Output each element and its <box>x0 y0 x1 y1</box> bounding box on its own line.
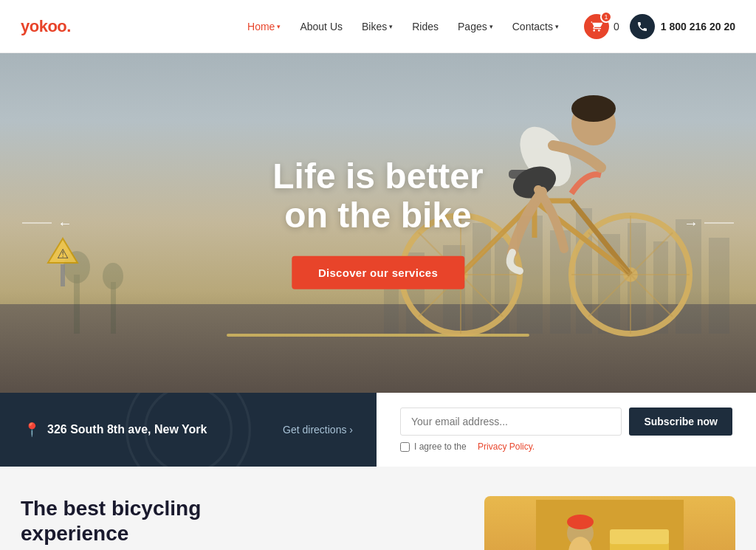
bottom-image <box>484 496 735 550</box>
left-arrow-icon: ← <box>58 215 72 232</box>
road-sign: ⚠ <box>44 235 81 289</box>
main-nav: Home ▾ About Us Bikes ▾ Rides Pages ▾ Co… <box>240 16 566 37</box>
chevron-down-icon: ▾ <box>389 23 393 30</box>
logo[interactable]: yokoo. <box>21 17 71 36</box>
phone-icon-wrap <box>630 14 655 39</box>
privacy-checkbox[interactable] <box>400 442 410 452</box>
header-actions: 1 0 1 800 216 20 20 <box>584 14 735 39</box>
logo-text: yokoo <box>21 17 66 35</box>
chevron-down-icon: ▾ <box>489 23 493 30</box>
cart-count: 0 <box>614 21 619 32</box>
subscribe-input-row: Subscribe now <box>400 408 732 436</box>
chevron-down-icon: ▾ <box>277 23 281 30</box>
bottom-cyclist-image <box>536 500 684 550</box>
hero-next-button[interactable]: → <box>676 207 741 239</box>
bottom-image-inner <box>484 496 735 550</box>
subscribe-button[interactable]: Subscribe now <box>629 408 732 436</box>
directions-link[interactable]: Get directions › <box>283 424 353 436</box>
cart-icon <box>591 21 602 32</box>
nav-item-rides[interactable]: Rides <box>405 16 446 37</box>
nav-item-about[interactable]: About Us <box>292 16 350 37</box>
pin-icon: 📍 <box>24 422 40 438</box>
cart-badge: 1 <box>600 11 612 23</box>
svg-point-16 <box>103 263 123 289</box>
phone-number: 1 800 216 20 20 <box>661 21 735 32</box>
nav-line-left <box>22 223 52 224</box>
privacy-policy-link[interactable]: Privacy Policy. <box>478 441 535 452</box>
subscribe-form: Subscribe now I agree to the Privacy Pol… <box>400 408 732 452</box>
bottom-section: The best bicycling experience <box>0 467 756 550</box>
hero-prev-button[interactable]: ← <box>15 207 80 239</box>
hero-title: Life is better on the bike <box>272 157 483 236</box>
bottom-text: The best bicycling experience <box>21 496 455 550</box>
svg-rect-15 <box>111 282 116 334</box>
hero-content: Life is better on the bike Discover our … <box>272 157 483 289</box>
chevron-down-icon: ▾ <box>555 23 559 30</box>
nav-item-pages[interactable]: Pages ▾ <box>450 16 501 37</box>
hero-cta-button[interactable]: Discover our services <box>292 255 464 289</box>
phone-icon <box>636 21 648 32</box>
lower-strip: 📍 326 South 8th ave, New York Get direct… <box>0 393 756 467</box>
bottom-title: The best bicycling experience <box>21 496 455 546</box>
nav-item-contacts[interactable]: Contacts ▾ <box>505 16 566 37</box>
svg-rect-40 <box>61 264 65 286</box>
nav-line-right <box>704 223 734 224</box>
svg-point-38 <box>571 95 616 122</box>
phone-button[interactable]: 1 800 216 20 20 <box>630 14 735 39</box>
privacy-text: I agree to the <box>414 441 467 452</box>
privacy-row: I agree to the Privacy Policy. <box>400 441 732 452</box>
address-info: 📍 326 South 8th ave, New York <box>24 422 207 438</box>
svg-text:⚠: ⚠ <box>57 247 69 261</box>
nav-item-home[interactable]: Home ▾ <box>240 16 288 37</box>
subscribe-bar: Subscribe now I agree to the Privacy Pol… <box>377 393 756 467</box>
email-input[interactable] <box>400 408 622 436</box>
logo-dot: . <box>66 17 71 35</box>
address-text: 326 South 8th ave, New York <box>47 423 207 436</box>
cart-icon-wrap: 1 <box>584 14 609 39</box>
right-arrow-icon: → <box>684 215 698 232</box>
nav-item-bikes[interactable]: Bikes ▾ <box>354 16 400 37</box>
address-bar: 📍 326 South 8th ave, New York Get direct… <box>0 393 377 467</box>
site-header: yokoo. Home ▾ About Us Bikes ▾ Rides Pag… <box>0 0 756 53</box>
hero-section: ⚠ ← Life is better on the bike Discover … <box>0 53 756 393</box>
cart-button[interactable]: 1 0 <box>584 14 619 39</box>
svg-rect-52 <box>571 520 589 526</box>
svg-rect-47 <box>610 529 669 544</box>
